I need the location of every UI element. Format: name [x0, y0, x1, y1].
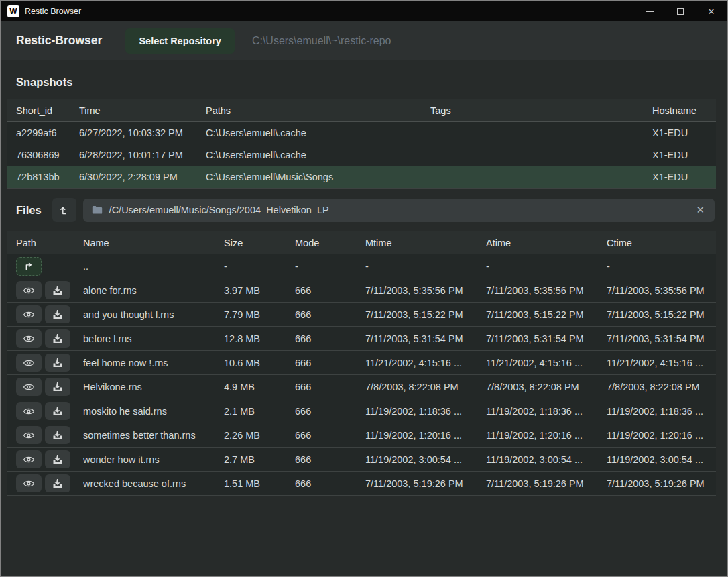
- file-row: wrecked because of.rns1.51 MB6667/11/200…: [7, 472, 716, 496]
- download-file-button[interactable]: [45, 305, 70, 323]
- minimize-button[interactable]: [634, 1, 665, 21]
- view-file-button[interactable]: [16, 450, 42, 468]
- download-file-button[interactable]: [45, 426, 70, 444]
- eye-icon: [23, 286, 35, 295]
- snapshot-hostname: X1-EDU: [652, 150, 716, 160]
- file-row: before l.rns12.8 MB6667/11/2003, 5:31:54…: [7, 327, 716, 351]
- download-icon: [52, 406, 63, 416]
- snapshot-row[interactable]: a2299af66/27/2022, 10:03:32 PMC:\Users\e…: [7, 122, 716, 144]
- snapshot-row[interactable]: 763068696/28/2022, 10:01:17 PMC:\Users\e…: [7, 144, 716, 166]
- column-header: Atime: [486, 238, 607, 248]
- view-file-button[interactable]: [16, 305, 42, 323]
- file-mtime: 11/19/2002, 1:20:16 ...: [365, 430, 486, 441]
- file-mode: 666: [295, 309, 365, 320]
- snapshots-table: Short_idTimePathsTagsHostname a2299af66/…: [7, 99, 716, 189]
- current-path-bar[interactable]: /C/Users/emuell/Music/Songs/2004_Helveti…: [83, 199, 715, 222]
- file-mode: 666: [295, 358, 365, 368]
- download-icon: [52, 478, 63, 488]
- maximize-button[interactable]: [665, 1, 696, 21]
- file-ctime: 11/19/2002, 3:00:54 ...: [607, 454, 716, 465]
- file-ctime: 7/11/2003, 5:35:56 PM: [607, 285, 716, 296]
- snapshot-short-id: 72b813bb: [16, 172, 79, 182]
- snapshot-row[interactable]: 72b813bb6/30/2022, 2:28:09 PMC:\Users\em…: [7, 166, 716, 189]
- eye-icon: [23, 407, 35, 416]
- download-file-button[interactable]: [45, 378, 70, 396]
- clear-path-button[interactable]: ✕: [694, 204, 706, 216]
- snapshot-paths: C:\Users\emuell\.cache: [206, 150, 430, 160]
- download-file-button[interactable]: [45, 281, 70, 299]
- files-table-body: ..-----alone for.rns3.97 MB6667/11/2003,…: [7, 254, 716, 496]
- view-file-button[interactable]: [16, 426, 42, 444]
- files-table-header: PathNameSizeModeMtimeAtimeCtime: [7, 231, 716, 254]
- column-header: Tags: [430, 105, 652, 116]
- snapshots-table-body: a2299af66/27/2022, 10:03:32 PMC:\Users\e…: [7, 122, 716, 189]
- view-file-button[interactable]: [16, 329, 42, 348]
- file-size: 4.9 MB: [224, 382, 295, 392]
- file-row: Helvikone.rns4.9 MB6667/8/2003, 8:22:08 …: [7, 375, 716, 399]
- file-ctime: -: [607, 261, 716, 272]
- eye-icon: [23, 455, 35, 464]
- file-mtime: 7/11/2003, 5:19:26 PM: [365, 478, 486, 489]
- current-path-text: /C/Users/emuell/Music/Songs/2004_Helveti…: [109, 205, 695, 215]
- eye-icon: [23, 479, 35, 488]
- download-file-button[interactable]: [45, 450, 70, 468]
- file-size: 2.26 MB: [224, 430, 295, 441]
- view-file-button[interactable]: [16, 378, 42, 396]
- download-icon: [52, 382, 63, 392]
- download-file-button[interactable]: [45, 402, 70, 420]
- file-ctime: 7/11/2003, 5:31:54 PM: [607, 333, 716, 344]
- file-ctime: 11/19/2002, 1:18:36 ...: [607, 406, 716, 417]
- wails-logo-icon: W: [7, 5, 19, 17]
- file-name: wrecked because of.rns: [83, 478, 224, 489]
- snapshots-table-header: Short_idTimePathsTagsHostname: [7, 99, 716, 122]
- file-ctime: 11/19/2002, 1:20:16 ...: [607, 430, 716, 441]
- toolbar: Restic-Browser Select Repository C:\User…: [1, 21, 727, 60]
- close-button[interactable]: ✕: [696, 1, 727, 21]
- download-file-button[interactable]: [45, 474, 70, 492]
- file-size: 2.1 MB: [224, 406, 295, 417]
- eye-icon: [23, 334, 35, 344]
- column-header: Hostname: [652, 105, 716, 116]
- file-row: and you thought l.rns7.79 MB6667/11/2003…: [7, 303, 716, 327]
- file-name: feel home now !.rns: [83, 358, 224, 368]
- file-name: ..: [83, 261, 224, 272]
- file-mode: 666: [295, 285, 365, 296]
- path-up-button[interactable]: [52, 198, 76, 222]
- file-actions: [16, 329, 83, 348]
- download-icon: [52, 430, 63, 440]
- view-file-button[interactable]: [16, 474, 42, 492]
- file-name: sometimes better than.rns: [83, 430, 224, 441]
- view-file-button[interactable]: [16, 354, 42, 372]
- select-repository-button[interactable]: Select Repository: [125, 28, 235, 54]
- column-header: Size: [224, 238, 295, 248]
- file-atime: 7/11/2003, 5:35:56 PM: [486, 285, 607, 296]
- view-file-button[interactable]: [16, 281, 42, 299]
- maximize-icon: [677, 8, 684, 15]
- snapshot-hostname: X1-EDU: [652, 127, 716, 138]
- file-actions: [16, 450, 83, 468]
- download-file-button[interactable]: [45, 354, 70, 372]
- window-title: Restic Browser: [25, 7, 81, 16]
- file-mtime: 7/11/2003, 5:31:54 PM: [365, 333, 486, 344]
- file-row: alone for.rns3.97 MB6667/11/2003, 5:35:5…: [7, 278, 716, 303]
- view-file-button[interactable]: [16, 402, 42, 420]
- file-actions: [16, 354, 83, 372]
- snapshot-paths: C:\Users\emuell\Music\Songs: [206, 172, 430, 182]
- eye-icon: [23, 382, 35, 392]
- file-atime: 11/19/2002, 1:20:16 ...: [486, 430, 607, 441]
- file-mtime: -: [365, 261, 486, 272]
- file-row: sometimes better than.rns2.26 MB66611/19…: [7, 423, 716, 448]
- go-up-directory-button[interactable]: [16, 257, 42, 276]
- repository-path-text: C:\Users\emuell\~\restic-repo: [252, 35, 391, 47]
- file-name: alone for.rns: [83, 285, 224, 296]
- snapshot-time: 6/27/2022, 10:03:32 PM: [79, 127, 206, 138]
- file-mode: 666: [295, 454, 365, 465]
- file-mtime: 11/21/2002, 4:15:16 ...: [365, 358, 486, 368]
- column-header: Short_id: [16, 105, 79, 116]
- file-mode: 666: [295, 430, 365, 441]
- download-file-button[interactable]: [45, 329, 70, 348]
- file-atime: 7/8/2003, 8:22:08 PM: [486, 382, 607, 392]
- folder-icon: [92, 205, 103, 215]
- snapshot-short-id: 76306869: [16, 150, 79, 160]
- file-name: wonder how it.rns: [83, 454, 224, 465]
